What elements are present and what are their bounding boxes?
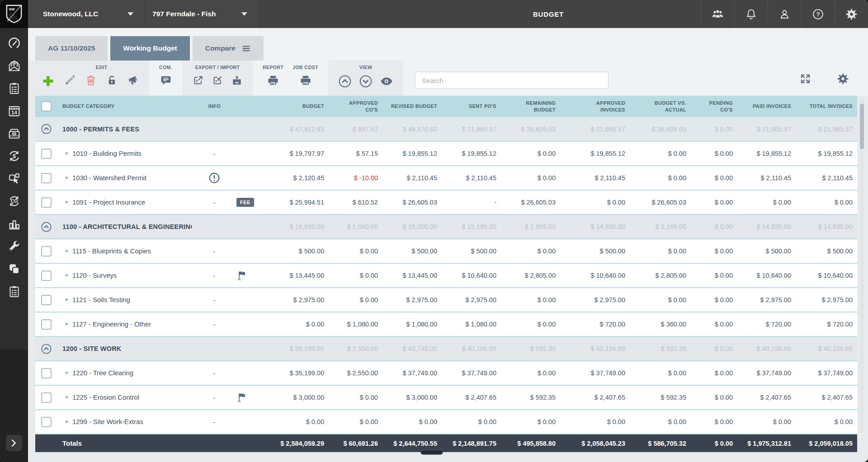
fullscreen-button[interactable]	[799, 73, 811, 85]
budget-value-cell: $ 1,080.00	[329, 312, 382, 336]
help-button[interactable]: ?	[801, 0, 835, 28]
warning-icon[interactable]	[208, 172, 220, 184]
budget-value-cell: $ 2,110.45	[442, 166, 501, 190]
column-header[interactable]: TOTAL INVOICES	[796, 96, 857, 117]
project-selector[interactable]: 797 Ferndale - Fish	[146, 0, 259, 28]
delete-button[interactable]	[85, 75, 97, 86]
sidebar-item-templates[interactable]	[0, 257, 28, 280]
app-logo[interactable]: SW	[0, 0, 28, 28]
budget-value-cell: $ 592.35	[501, 385, 560, 410]
sidebar-item-dashboard[interactable]	[0, 32, 28, 54]
bottom-drag-handle[interactable]	[420, 449, 443, 455]
budget-value-cell: $ 0.00	[501, 312, 560, 336]
settings-gear-button[interactable]	[835, 0, 868, 28]
budget-item-row: 1115 - Blueprints & Copies-$ 500.00$ 0.0…	[35, 239, 857, 263]
sidebar-item-daily-logs[interactable]	[0, 77, 28, 99]
row-checkbox[interactable]	[41, 149, 52, 159]
row-checkbox[interactable]	[41, 417, 52, 427]
column-header[interactable]: APPROVED CO'S	[329, 96, 382, 117]
budget-value-cell: $ 0.00	[691, 263, 737, 288]
hamburger-menu-icon[interactable]	[241, 44, 251, 53]
budget-value-cell: $ 40,156.65	[796, 336, 857, 361]
budget-value-cell: $ 0.00	[691, 385, 737, 410]
add-row-button[interactable]	[42, 75, 55, 88]
sidebar-item-messages[interactable]	[0, 54, 28, 77]
column-header[interactable]: BUDGET VS. ACTUAL	[630, 96, 691, 117]
budget-category-label[interactable]: 1220 - Tree Clearing	[72, 369, 133, 377]
row-checkbox[interactable]	[41, 271, 52, 281]
column-header[interactable]: PAID INVOICES	[737, 96, 796, 117]
announce-button[interactable]	[127, 75, 139, 86]
budget-category-label[interactable]: 1030 - Watershed Permit	[72, 174, 146, 182]
row-checkbox[interactable]	[41, 392, 52, 403]
export-import-group-label: EXPORT / IMPORT	[195, 65, 240, 71]
row-checkbox[interactable]	[41, 319, 52, 330]
budget-category-label[interactable]: 1115 - Blueprints & Copies	[72, 247, 151, 255]
sidebar-item-change-orders[interactable]: CO	[0, 190, 28, 212]
column-header[interactable]: BUDGET	[262, 96, 329, 117]
budget-value-cell: $ 0.00	[382, 410, 442, 434]
column-header[interactable]: BUDGET CATEGORY	[57, 96, 192, 117]
column-header[interactable]: REVISED BUDGET	[382, 96, 442, 117]
tab-compare[interactable]: Compare	[193, 36, 264, 61]
sidebar-item-files[interactable]	[0, 122, 28, 145]
sidebar-expand-button[interactable]	[6, 435, 22, 451]
collapse-group-button[interactable]	[41, 343, 52, 355]
row-checkbox[interactable]	[41, 295, 52, 305]
budget-value-cell: $ 37,749.00	[442, 361, 501, 385]
tab-working-budget[interactable]: Working Budget	[110, 36, 189, 61]
unlock-button[interactable]	[106, 75, 118, 86]
export-button[interactable]: x	[192, 75, 204, 86]
collapse-all-button[interactable]	[338, 75, 352, 88]
sidebar-item-budget[interactable]: $	[0, 145, 28, 167]
budget-category-label[interactable]: 1127 - Engineering - Other	[72, 321, 151, 328]
column-header[interactable]: APPROVED INVOICES	[560, 96, 630, 117]
budget-value-cell: $ 720.00	[560, 312, 630, 336]
row-checkbox[interactable]	[41, 197, 52, 208]
notifications-bell-button[interactable]	[734, 0, 768, 28]
sidebar-item-reports[interactable]	[0, 212, 28, 235]
budget-category-label[interactable]: 1225 - Erosion Control	[72, 394, 139, 401]
scrollbar-thumb[interactable]	[860, 104, 864, 149]
column-header[interactable]: INFO	[192, 96, 262, 117]
save-template-button[interactable]	[231, 75, 243, 86]
svg-text:A: A	[238, 277, 241, 281]
budget-value-cell: $ 2,407.65	[442, 385, 501, 410]
budget-category-label[interactable]: 1299 - Site Work-Extras	[72, 418, 143, 425]
report-print-button[interactable]	[267, 75, 279, 86]
search-input[interactable]	[415, 72, 609, 89]
sidebar-item-punch-list[interactable]	[0, 280, 28, 303]
import-button[interactable]: x	[212, 75, 223, 86]
row-checkbox[interactable]	[41, 173, 52, 183]
company-selector[interactable]: Stonewood, LLC	[28, 0, 146, 28]
row-checkbox[interactable]	[41, 368, 52, 378]
row-dot	[66, 152, 68, 154]
users-button[interactable]	[701, 0, 734, 28]
budget-category-label[interactable]: 1010 - Building Permits	[72, 150, 142, 157]
budget-group-row: 1200 - SITE WORK$ 38,199.00$ 2,550.00$ 4…	[35, 336, 857, 361]
tab-ag-11-10-2025[interactable]: AG 11/10/2025	[35, 36, 108, 61]
profile-button[interactable]	[768, 0, 801, 28]
select-all-checkbox[interactable]	[41, 101, 52, 112]
job-cost-print-button[interactable]	[300, 75, 311, 86]
column-header[interactable]: PENDING CO'S	[691, 96, 737, 117]
table-settings-button[interactable]	[837, 73, 849, 85]
column-header[interactable]: REMAINING BUDGET	[501, 96, 560, 117]
edit-pencil-button[interactable]	[64, 75, 75, 86]
budget-category-label[interactable]: 1120 - Surveys	[72, 272, 117, 279]
budget-category-label[interactable]: 1091 - Project Insurance	[72, 199, 145, 206]
visibility-button[interactable]	[380, 75, 393, 88]
sidebar-item-schedule[interactable]: 14	[0, 99, 28, 122]
budget-category-label[interactable]: 1121 - Soils Testing	[72, 296, 130, 303]
expand-all-button[interactable]	[359, 75, 373, 88]
vertical-scrollbar[interactable]	[860, 98, 864, 433]
schedule-icon: 14	[8, 104, 21, 117]
sidebar-item-tools[interactable]	[0, 235, 28, 257]
sidebar-item-selections[interactable]	[0, 167, 28, 190]
collapse-group-button[interactable]	[41, 221, 52, 233]
comments-button[interactable]	[160, 75, 172, 86]
collapse-group-button[interactable]	[41, 123, 52, 135]
budget-item-row: 1225 - Erosion Control-A$ 3,000.00$ 0.00…	[35, 385, 857, 410]
row-checkbox[interactable]	[41, 246, 52, 257]
column-header[interactable]: SENT PO'S	[442, 96, 501, 117]
